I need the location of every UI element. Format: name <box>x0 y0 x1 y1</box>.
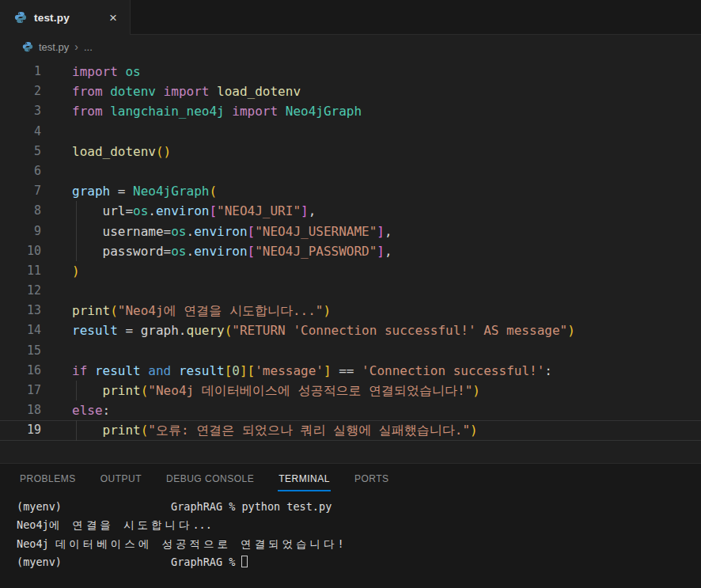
line-number: 8 <box>0 201 41 221</box>
code-line[interactable]: 1import os <box>0 62 701 82</box>
code-text: import os <box>41 64 141 79</box>
terminal-text: (myenv) GraphRAG % <box>17 556 241 568</box>
terminal-text: ! <box>338 537 344 550</box>
code-line[interactable]: 2from dotenv import load_dotenv <box>0 82 701 101</box>
code-text: if result and result[0]['message'] == 'C… <box>41 363 552 378</box>
code-text: from langchain_neo4j import Neo4jGraph <box>41 104 362 119</box>
code-text: url=os.environ["NEO4J_URI"], <box>41 203 316 218</box>
line-number: 14 <box>0 321 41 340</box>
bottom-panel: PROBLEMS OUTPUT DEBUG CONSOLE TERMINAL P… <box>0 463 701 588</box>
line-number: 4 <box>0 122 41 142</box>
code-text: print("Neo4j에 연결을 시도합니다...") <box>41 303 331 318</box>
line-number: 9 <box>0 222 41 241</box>
terminal-text: Neo4j <box>17 537 55 550</box>
code-line[interactable]: 15 <box>0 341 701 361</box>
code-text: load_dotenv() <box>41 144 171 159</box>
code-text: graph = Neo4jGraph( <box>41 184 217 199</box>
line-number: 16 <box>0 361 41 381</box>
code-text: else: <box>41 403 110 418</box>
line-number: 1 <box>0 62 41 82</box>
panel-tab-debug-console[interactable]: DEBUG CONSOLE <box>165 465 255 491</box>
breadcrumb-file[interactable]: test.py <box>39 41 69 53</box>
indent-guide-line <box>76 222 77 241</box>
code-line[interactable]: 13print("Neo4j에 연결을 시도합니다...") <box>0 301 701 321</box>
terminal-text: 데이터베이스에 성공적으로 연결되었습니다 <box>55 537 338 550</box>
code-text: print("Neo4j 데이터베이스에 성공적으로 연결되었습니다!") <box>41 383 480 398</box>
line-number: 19 <box>0 420 41 440</box>
code-text <box>41 343 72 358</box>
code-editor[interactable]: 1import os2from dotenv import load_doten… <box>0 59 701 463</box>
code-text: print("오류: 연결은 되었으나 쿼리 실행에 실패했습니다.") <box>41 423 478 438</box>
terminal-line: Neo4j에 연결을 시도합니다... <box>17 516 701 534</box>
line-number: 10 <box>0 241 41 261</box>
terminal-text: (myenv) GraphRAG % python test.py <box>17 500 332 513</box>
code-text <box>41 283 72 298</box>
indent-guide-line <box>76 201 77 221</box>
code-line[interactable]: 3from langchain_neo4j import Neo4jGraph <box>0 101 701 121</box>
terminal-text: Neo4j <box>17 518 49 531</box>
code-line[interactable]: 8 url=os.environ["NEO4J_URI"], <box>0 201 701 221</box>
code-line[interactable]: 11) <box>0 261 701 281</box>
terminal-line: (myenv) GraphRAG % <box>17 553 701 571</box>
code-line[interactable]: 10 password=os.environ["NEO4J_PASSWORD"]… <box>0 241 701 261</box>
code-text: ) <box>41 264 80 279</box>
tab-bar: test.py × <box>0 0 701 35</box>
python-icon <box>14 11 27 24</box>
tab-label: test.py <box>34 12 70 24</box>
tab-bar-empty-space <box>131 0 701 35</box>
terminal-text: ... <box>192 518 211 531</box>
indent-guide-line <box>76 420 77 440</box>
line-number: 2 <box>0 82 41 101</box>
terminal-cursor[interactable] <box>241 556 248 567</box>
code-line[interactable]: 6 <box>0 161 701 181</box>
line-number: 13 <box>0 301 41 321</box>
code-line[interactable]: 12 <box>0 281 701 301</box>
line-number: 17 <box>0 381 41 400</box>
indent-guide-line <box>76 381 77 400</box>
code-line[interactable]: 4 <box>0 122 701 142</box>
indent-guide-line <box>76 241 77 261</box>
line-number: 7 <box>0 181 41 201</box>
terminal-line: Neo4j 데이터베이스에 성공적으로 연결되었습니다! <box>17 535 701 553</box>
terminal-text: 에 연결을 시도합니다 <box>49 518 193 531</box>
code-line[interactable]: 5load_dotenv() <box>0 142 701 161</box>
line-number: 12 <box>0 281 41 301</box>
terminal[interactable]: (myenv) GraphRAG % python test.pyNeo4j에 … <box>0 493 701 588</box>
code-text <box>41 124 72 139</box>
code-text: username=os.environ["NEO4J_USERNAME"], <box>41 224 392 239</box>
code-line[interactable]: 9 username=os.environ["NEO4J_USERNAME"], <box>0 222 701 241</box>
code-text: password=os.environ["NEO4J_PASSWORD"], <box>41 244 392 259</box>
panel-tab-bar: PROBLEMS OUTPUT DEBUG CONSOLE TERMINAL P… <box>0 464 701 493</box>
code-text: result = graph.query("RETURN 'Connection… <box>41 323 575 338</box>
code-line[interactable]: 18else: <box>0 400 701 420</box>
code-line[interactable]: 14result = graph.query("RETURN 'Connecti… <box>0 321 701 340</box>
code-text: from dotenv import load_dotenv <box>41 84 301 99</box>
panel-tab-problems[interactable]: PROBLEMS <box>19 465 77 491</box>
editor-tab-testpy[interactable]: test.py × <box>0 0 131 35</box>
code-lines: 1import os2from dotenv import load_doten… <box>0 62 701 441</box>
line-number: 18 <box>0 400 41 420</box>
code-line[interactable]: 19 print("오류: 연결은 되었으나 쿼리 실행에 실패했습니다.") <box>0 420 701 440</box>
code-text <box>41 164 72 179</box>
vscode-window: test.py × test.py › ... 1import os2from … <box>0 0 701 588</box>
line-number: 15 <box>0 341 41 361</box>
line-number: 6 <box>0 161 41 181</box>
code-line[interactable]: 17 print("Neo4j 데이터베이스에 성공적으로 연결되었습니다!") <box>0 381 701 400</box>
panel-tab-output[interactable]: OUTPUT <box>100 465 142 491</box>
breadcrumb[interactable]: test.py › ... <box>0 35 701 59</box>
chevron-right-icon: › <box>74 40 78 53</box>
line-number: 5 <box>0 142 41 161</box>
line-number: 3 <box>0 101 41 121</box>
panel-tab-terminal[interactable]: TERMINAL <box>278 465 331 491</box>
code-line[interactable]: 16if result and result[0]['message'] == … <box>0 361 701 381</box>
code-line[interactable]: 7graph = Neo4jGraph( <box>0 181 701 201</box>
breadcrumb-ellipsis[interactable]: ... <box>84 41 93 53</box>
panel-tab-ports[interactable]: PORTS <box>354 465 390 491</box>
python-icon <box>22 41 33 52</box>
line-number: 11 <box>0 261 41 281</box>
terminal-line: (myenv) GraphRAG % python test.py <box>17 498 701 516</box>
close-icon[interactable]: × <box>104 9 122 26</box>
